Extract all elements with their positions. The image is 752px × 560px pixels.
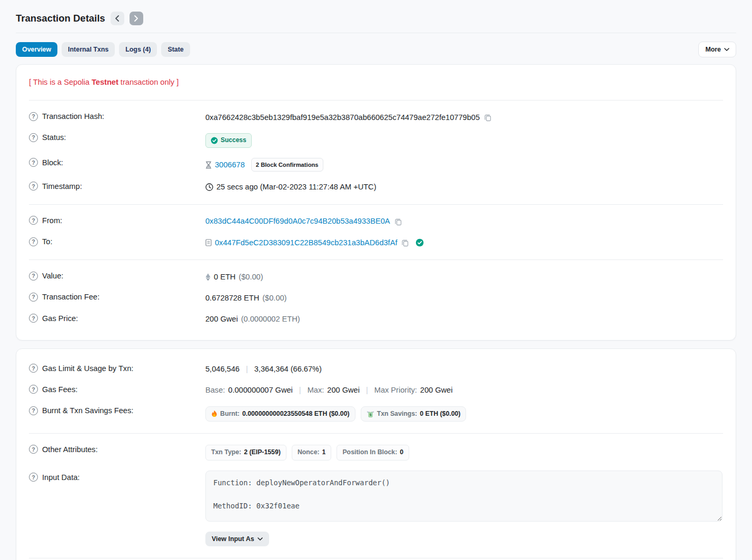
section-divider	[29, 433, 723, 434]
value-usd: ($0.00)	[239, 272, 263, 283]
help-icon[interactable]: ?	[29, 473, 38, 482]
overview-card: [ This is a Sepolia Testnet transaction …	[16, 64, 736, 341]
help-icon[interactable]: ?	[29, 112, 38, 121]
help-icon[interactable]: ?	[29, 216, 38, 225]
hourglass-icon	[205, 161, 212, 169]
help-icon[interactable]: ?	[29, 364, 38, 373]
tab-internal-txns[interactable]: Internal Txns	[62, 42, 115, 57]
value-label: Value:	[42, 272, 63, 280]
gas-price-eth: (0.0000002 ETH)	[241, 314, 300, 325]
position-in-block-value: 0	[400, 448, 403, 457]
position-in-block-label: Position In Block:	[342, 448, 397, 457]
testnet-notice-text-end: transaction only ]	[118, 78, 179, 86]
timestamp-value: 25 secs ago (Mar-02-2023 11:27:48 AM +UT…	[216, 182, 377, 193]
page-header: Transaction Details	[16, 7, 736, 33]
help-icon[interactable]: ?	[29, 158, 38, 167]
tab-state[interactable]: State	[161, 42, 190, 57]
row-transaction-fee: ? Transaction Fee: 0.6728728 ETH ($0.00)	[29, 287, 723, 308]
row-transaction-hash: ? Transaction Hash: 0xa7662428c3b5eb1329…	[29, 107, 723, 128]
copy-icon	[401, 239, 409, 247]
row-value: ? Value: 0 ETH ($0.00)	[29, 266, 723, 287]
help-icon[interactable]: ?	[29, 445, 38, 454]
burnt-fees-badge: Burnt: 0.000000000023550548 ETH ($0.00)	[205, 406, 355, 422]
transaction-fee-label: Transaction Fee:	[42, 293, 100, 301]
copy-icon	[484, 114, 492, 122]
timestamp-label: Timestamp:	[42, 182, 82, 191]
input-data-textarea[interactable]: Function: deployNewOperatorAndForwarder(…	[205, 471, 723, 522]
status-label: Status:	[42, 133, 66, 142]
prev-transaction-button[interactable]	[111, 12, 124, 25]
header-divider	[16, 33, 736, 33]
txn-savings-value: 0 ETH ($0.00)	[420, 409, 460, 419]
gas-limit-value: 5,046,546	[205, 364, 240, 375]
help-icon[interactable]: ?	[29, 272, 38, 281]
copy-to-address-button[interactable]	[400, 239, 410, 247]
row-to: ? To: 0x447Fd5eC2D383091C22B8549cb231a3b…	[29, 232, 723, 253]
input-data-label: Input Data:	[42, 473, 80, 482]
help-icon[interactable]: ?	[29, 385, 38, 394]
tab-logs[interactable]: Logs (4)	[119, 42, 157, 57]
section-divider	[29, 100, 723, 101]
txn-type-badge: Txn Type: 2 (EIP-1559)	[205, 445, 286, 461]
nonce-label: Nonce:	[298, 448, 320, 457]
row-gas-fees: ? Gas Fees: Base: 0.000000007 Gwei | Max…	[29, 380, 723, 401]
transaction-hash-label: Transaction Hash:	[42, 112, 104, 121]
base-fee-label: Base:	[205, 385, 225, 396]
from-label: From:	[42, 216, 62, 225]
testnet-notice: [ This is a Sepolia Testnet transaction …	[29, 75, 723, 94]
more-dropdown-label: More	[705, 46, 721, 53]
next-transaction-button[interactable]	[130, 12, 143, 25]
help-icon[interactable]: ?	[29, 314, 38, 323]
money-wings-icon: $	[367, 411, 374, 417]
testnet-notice-text: [ This is a Sepolia	[29, 78, 92, 86]
help-icon[interactable]: ?	[29, 237, 38, 246]
row-timestamp: ? Timestamp: 25 secs ago (Mar-02-2023 11…	[29, 177, 723, 198]
max-fee-label: Max:	[308, 385, 324, 396]
value-eth: 0 ETH	[214, 272, 235, 283]
txn-savings-badge: $ Txn Savings: 0 ETH ($0.00)	[361, 406, 467, 422]
help-icon[interactable]: ?	[29, 293, 38, 302]
copy-icon	[394, 218, 402, 226]
nonce-badge: Nonce: 1	[292, 445, 332, 461]
status-badge-label: Success	[221, 136, 246, 145]
check-circle-icon	[211, 137, 218, 144]
txn-type-label: Txn Type:	[211, 448, 241, 457]
value-separator: |	[243, 364, 251, 375]
chevron-left-icon	[115, 15, 120, 22]
copy-from-address-button[interactable]	[393, 218, 403, 226]
txn-savings-label: Txn Savings:	[377, 409, 418, 419]
to-address-link[interactable]: 0x447Fd5eC2D383091C22B8549cb231a3bAD6d3f…	[215, 237, 397, 248]
gas-limit-usage-label: Gas Limit & Usage by Txn:	[42, 364, 133, 373]
txn-type-value: 2 (EIP-1559)	[244, 448, 281, 457]
view-input-as-button[interactable]: View Input As	[205, 532, 269, 546]
tab-overview[interactable]: Overview	[16, 42, 57, 57]
other-attributes-label: Other Attributes:	[42, 445, 97, 454]
block-confirmations-badge: 2 Block Confirmations	[251, 158, 323, 172]
gas-used-value: 3,364,364 (66.67%)	[254, 364, 322, 375]
help-icon[interactable]: ?	[29, 406, 38, 415]
copy-hash-button[interactable]	[483, 114, 493, 122]
help-icon[interactable]: ?	[29, 182, 38, 191]
view-input-as-label: View Input As	[212, 535, 254, 543]
row-block: ? Block: 3006678 2 Block Confirmations	[29, 153, 723, 177]
svg-text:$: $	[369, 413, 372, 417]
max-priority-fee-value: 200 Gwei	[420, 385, 453, 396]
transaction-fee-usd: ($0.00)	[262, 293, 286, 304]
verified-check-icon	[415, 238, 424, 247]
row-from: ? From: 0x83dC44a4C00DFf69d0A0c7c94B20b5…	[29, 211, 723, 232]
more-dropdown-button[interactable]: More	[698, 42, 736, 57]
row-other-attributes: ? Other Attributes: Txn Type: 2 (EIP-155…	[29, 440, 723, 466]
to-label: To:	[42, 237, 52, 246]
row-input-data: ? Input Data: Function: deployNewOperato…	[29, 466, 723, 552]
block-number-link[interactable]: 3006678	[215, 159, 245, 171]
burnt-value: 0.000000000023550548 ETH ($0.00)	[242, 409, 350, 419]
gas-fees-label: Gas Fees:	[42, 385, 77, 394]
from-address-link[interactable]: 0x83dC44a4C00DFf69d0A0c7c94B20b53a4933BE…	[205, 216, 390, 227]
help-icon[interactable]: ?	[29, 133, 38, 142]
value-separator: |	[363, 385, 371, 396]
max-fee-value: 200 Gwei	[327, 385, 360, 396]
nonce-value: 1	[322, 448, 326, 457]
tabs-row: Overview Internal Txns Logs (4) State Mo…	[16, 42, 736, 57]
section-divider	[29, 259, 723, 260]
base-fee-value: 0.000000007 Gwei	[228, 385, 293, 396]
